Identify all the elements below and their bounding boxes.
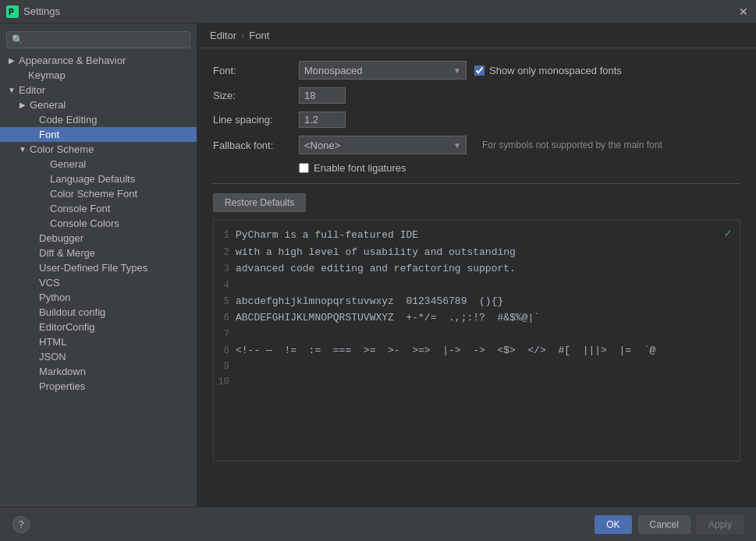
line-number: 9 — [214, 359, 236, 373]
sidebar-item-font[interactable]: Font — [0, 127, 197, 142]
sidebar-label-color-scheme: Color Scheme — [30, 143, 94, 155]
preview-line: 3advanced code editing and refactoring s… — [214, 260, 740, 278]
show-monospaced-checkbox[interactable] — [474, 65, 484, 76]
ligatures-row: Enable font ligatures — [213, 162, 740, 174]
sidebar-item-markdown[interactable]: Markdown — [0, 364, 197, 379]
font-dropdown-wrap: Monospaced ▼ Show only monospaced fonts — [299, 61, 622, 80]
font-dropdown[interactable]: Monospaced ▼ — [299, 61, 467, 80]
preview-line: 5abcdefghijklmnopqrstuvwxyz 0123456789 (… — [214, 293, 740, 310]
app-icon: P — [6, 5, 19, 18]
preview-scroll[interactable]: 1PyCharm is a full-featured IDE2with a h… — [214, 221, 740, 461]
sidebar-label-code-editing: Code Editing — [39, 114, 97, 126]
breadcrumb-current: Font — [249, 30, 269, 41]
sidebar-item-json[interactable]: JSON — [0, 349, 197, 364]
sidebar-item-diff-merge[interactable]: Diff & Merge — [0, 246, 197, 260]
size-row: Size: — [213, 87, 740, 104]
ok-button[interactable]: OK — [595, 515, 631, 534]
sidebar: ▶Appearance & BehaviorKeymap▼Editor▶Gene… — [0, 23, 197, 507]
font-dropdown-arrow: ▼ — [453, 66, 461, 75]
font-row: Font: Monospaced ▼ Show only monospaced … — [213, 61, 740, 80]
title-bar: P Settings ✕ — [0, 0, 756, 23]
preview-line: 8<!-- — != := === >= >- >=> |-> -> <$> <… — [214, 342, 740, 359]
font-label: Font: — [213, 65, 299, 76]
tree-arrow-appearance: ▶ — [6, 55, 17, 66]
divider — [213, 183, 740, 184]
ligatures-checkbox[interactable] — [299, 163, 309, 173]
preview-line: 7 — [214, 327, 740, 342]
sidebar-item-keymap[interactable]: Keymap — [0, 68, 197, 83]
sidebar-label-buildout: Buildout config — [39, 306, 105, 318]
cancel-button[interactable]: Cancel — [638, 515, 690, 534]
sidebar-item-python[interactable]: Python — [0, 290, 197, 305]
line-content: advanced code editing and refactoring su… — [236, 261, 516, 277]
line-content: PyCharm is a full-featured IDE — [236, 228, 418, 243]
bottom-right: OK Cancel Apply — [595, 515, 744, 534]
sidebar-item-appearance[interactable]: ▶Appearance & Behavior — [0, 53, 197, 68]
bottom-left: ? — [12, 516, 30, 533]
tree-arrow-editor: ▼ — [6, 85, 17, 96]
sidebar-label-json: JSON — [39, 351, 66, 362]
sidebar-item-user-defined[interactable]: User-Defined File Types — [0, 260, 197, 275]
sidebar-label-language-defaults: Language Defaults — [50, 173, 135, 185]
line-content: ABCDEFGHIJKLMNOPQRSTUVWXYZ +-*/= .,;:!? … — [236, 310, 540, 326]
preview-line: 6ABCDEFGHIJKLMNOPQRSTUVWXYZ +-*/= .,;:!?… — [214, 309, 740, 327]
sidebar-item-console-colors[interactable]: Console Colors — [0, 216, 197, 231]
sidebar-item-language-defaults[interactable]: Language Defaults — [0, 171, 197, 186]
line-number: 5 — [214, 295, 236, 309]
line-spacing-row: Line spacing: — [213, 111, 740, 128]
bottom-bar: ? OK Cancel Apply — [0, 507, 756, 541]
sidebar-item-editor[interactable]: ▼Editor — [0, 83, 197, 97]
preview-area: ✓ 1PyCharm is a full-featured IDE2with a… — [213, 220, 740, 461]
sidebar-label-editor: Editor — [19, 84, 45, 96]
tree-arrow-general: ▶ — [17, 100, 28, 111]
sidebar-item-code-editing[interactable]: Code Editing — [0, 112, 197, 127]
sidebar-item-color-scheme[interactable]: ▼Color Scheme — [0, 142, 197, 157]
sidebar-label-appearance: Appearance & Behavior — [19, 55, 126, 66]
sidebar-label-properties: Properties — [39, 380, 85, 392]
sidebar-label-diff-merge: Diff & Merge — [39, 247, 95, 259]
breadcrumb-parent: Editor — [210, 30, 236, 41]
sidebar-label-console-font: Console Font — [50, 203, 110, 214]
sidebar-item-console-font[interactable]: Console Font — [0, 201, 197, 216]
sidebar-item-editorconfig[interactable]: EditorConfig — [0, 320, 197, 334]
sidebar-label-editorconfig: EditorConfig — [39, 321, 95, 333]
line-number: 1 — [214, 228, 236, 242]
sidebar-item-general[interactable]: ▶General — [0, 97, 197, 112]
search-box — [0, 27, 197, 53]
sidebar-item-properties[interactable]: Properties — [0, 379, 197, 394]
sidebar-label-console-colors: Console Colors — [50, 217, 119, 229]
line-number: 2 — [214, 246, 236, 260]
line-content: abcdefghijklmnopqrstuvwxyz 0123456789 ()… — [236, 294, 503, 309]
sidebar-label-color-scheme-font: Color Scheme Font — [50, 188, 137, 200]
preview-line: 10 — [214, 374, 740, 390]
line-spacing-label: Line spacing: — [213, 114, 299, 126]
right-panel: Editor › Font Font: Monospaced ▼ Show on… — [197, 23, 756, 507]
fallback-row: Fallback font: <None> ▼ For symbols not … — [213, 136, 740, 154]
apply-button[interactable]: Apply — [697, 515, 744, 534]
search-input[interactable] — [6, 31, 190, 48]
restore-defaults-button[interactable]: Restore Defaults — [213, 193, 306, 212]
settings-content: Font: Monospaced ▼ Show only monospaced … — [197, 48, 756, 507]
sidebar-label-user-defined: User-Defined File Types — [39, 262, 147, 274]
line-content: <!-- — != := === >= >- >=> |-> -> <$> </… — [236, 343, 655, 359]
sidebar-item-color-scheme-font[interactable]: Color Scheme Font — [0, 186, 197, 201]
line-spacing-input[interactable] — [299, 111, 346, 128]
sidebar-item-buildout[interactable]: Buildout config — [0, 305, 197, 320]
line-number: 4 — [214, 278, 236, 292]
sidebar-item-debugger[interactable]: Debugger — [0, 231, 197, 246]
fallback-hint: For symbols not supported by the main fo… — [482, 140, 662, 150]
sidebar-item-vcs[interactable]: VCS — [0, 275, 197, 290]
sidebar-label-html: HTML — [39, 336, 66, 348]
help-button[interactable]: ? — [12, 516, 30, 533]
size-input[interactable] — [299, 87, 346, 104]
fallback-dropdown[interactable]: <None> ▼ — [299, 136, 467, 154]
preview-line: 2with a high level of usability and outs… — [214, 244, 740, 261]
sidebar-item-cs-general[interactable]: General — [0, 157, 197, 171]
line-number: 3 — [214, 262, 236, 276]
close-button[interactable]: ✕ — [737, 5, 750, 18]
preview-line: 9 — [214, 359, 740, 374]
sidebar-item-html[interactable]: HTML — [0, 334, 197, 349]
main-layout: ▶Appearance & BehaviorKeymap▼Editor▶Gene… — [0, 23, 756, 507]
sidebar-label-debugger: Debugger — [39, 232, 83, 244]
fallback-dropdown-arrow: ▼ — [453, 141, 461, 150]
